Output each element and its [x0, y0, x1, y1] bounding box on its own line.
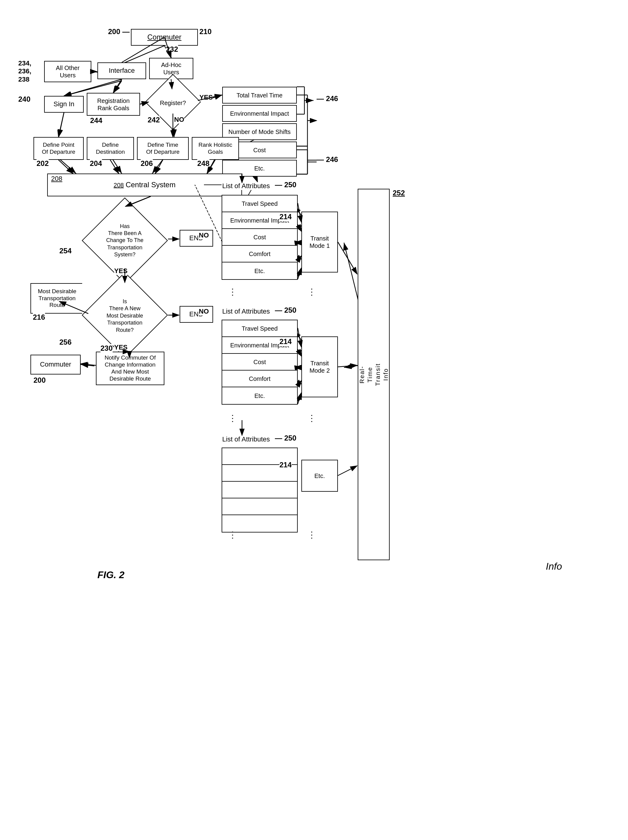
etc-1-box: Etc. [222, 262, 297, 279]
list-attrs-1-label: List of Attributes [222, 182, 270, 190]
svg-line-75 [298, 268, 301, 279]
real-time-transit-info-box: Real-TimeTransitInfo [358, 189, 390, 560]
transit-214-1-ref: 214 [279, 213, 292, 221]
svg-line-60 [155, 160, 163, 174]
info-label: Info [546, 561, 562, 572]
list-attrs-3-label: List of Attributes [222, 435, 270, 443]
interface-box: Interface [98, 62, 146, 79]
list-attrs-2-label: List of Attributes [222, 308, 270, 316]
ref-242-label: 242 [148, 116, 160, 125]
transit-mode-2-box: TransitMode 2 [301, 336, 338, 397]
yes1-label: YES [199, 93, 213, 101]
list-attrs-2-ref: — 250 [275, 306, 297, 315]
svg-line-13 [59, 158, 76, 174]
sign-in-box: Sign In [44, 96, 84, 113]
ref-256-label: 256 [59, 338, 71, 347]
ref-208-label: 208 [51, 175, 62, 183]
svg-line-82 [338, 365, 357, 367]
ref-248-label: 248 [197, 159, 210, 168]
is-new-desirable-diamond: IsThere A NewMost DesirableTransportatio… [82, 280, 167, 352]
svg-line-74 [298, 256, 301, 261]
svg-line-59 [110, 160, 119, 174]
svg-line-76 [338, 242, 357, 274]
ref-244-label: 244 [90, 116, 102, 125]
svg-line-52 [113, 79, 122, 93]
ref-246b-label: — 246 [317, 155, 338, 164]
svg-line-80 [298, 381, 301, 386]
dots-2: ⋮ [308, 288, 316, 296]
commuter-top-box: Commuter [131, 29, 198, 46]
no2-label: NO [199, 231, 209, 239]
total-travel-time-box: Total Travel Time [222, 87, 297, 104]
no3-label: NO [199, 308, 209, 316]
svg-line-57 [58, 113, 64, 137]
central-system-box: 208 Central System [47, 174, 242, 196]
dots-6: ⋮ [308, 530, 316, 540]
svg-line-73 [298, 242, 301, 243]
ref-200b-label: 200 [33, 376, 46, 385]
svg-line-4 [92, 71, 98, 72]
etc-2-box: Etc. [222, 387, 297, 404]
has-change-diamond: HasThere Been AChange To TheTransportati… [82, 205, 167, 276]
svg-line-77 [298, 328, 301, 347]
transit-mode-etc-group [222, 448, 298, 532]
ref-232-label: 232 [166, 45, 178, 54]
ref-230-label: 230 [101, 344, 113, 353]
svg-line-35 [344, 243, 359, 305]
svg-line-58 [58, 160, 73, 174]
dots-3: ⋮ [228, 414, 237, 423]
svg-line-78 [298, 349, 301, 356]
ref-254-label: 254 [59, 246, 71, 256]
most-desirable-route-box: Most DesirableTransportationRoute [30, 283, 84, 314]
list-attrs-3-ref: — 250 [275, 434, 297, 443]
svg-line-15 [152, 158, 164, 174]
transit-mode-1-group: Travel Speed Environmental Impact Cost C… [222, 195, 298, 280]
svg-line-69 [80, 364, 96, 365]
comfort-1-box: Comfort [222, 246, 297, 262]
registration-rank-goals-box: RegistrationRank Goals [87, 93, 140, 116]
figure-label: FIG. 2 [98, 569, 125, 581]
ref-240-label: 240 [18, 95, 30, 104]
transit-mode-2-group: Travel Speed Environmental Impact Cost C… [222, 320, 298, 405]
transit-mode-1-box: TransitMode 1 [301, 212, 338, 273]
svg-line-6 [114, 81, 122, 93]
ref-234-236-238-label: 234,236,238 [18, 59, 32, 84]
define-destination-box: DefineDestination [87, 137, 134, 160]
blank-box-5 [222, 515, 297, 532]
svg-line-83 [338, 466, 357, 475]
comfort-2-box: Comfort [222, 371, 297, 387]
define-point-departure-box: Define PointOf Departure [33, 137, 84, 160]
cost-2-box: Cost [222, 354, 297, 371]
etc-mode-box: Etc. [301, 460, 338, 492]
all-other-users-box: All OtherUsers [44, 61, 92, 82]
ref-216-label: 216 [33, 313, 45, 322]
rank-holistic-goals-box: Rank HolisticGoals [192, 137, 239, 160]
dots-4: ⋮ [308, 414, 316, 423]
define-time-departure-box: Define TimeOf Departure [137, 137, 189, 160]
ref-210-label: 210 [199, 27, 211, 36]
diagram-container: Commuter All OtherUsers Interface Ad-Hoc… [0, 0, 628, 840]
dots-5: ⋮ [228, 530, 237, 540]
transit-214-2-ref: 214 [279, 337, 292, 346]
ref-202-label: 202 [36, 159, 49, 168]
svg-line-79 [298, 367, 301, 368]
svg-line-23 [80, 365, 95, 366]
ref-252-label: 252 [393, 189, 405, 197]
no1-label: NO [174, 116, 184, 124]
commuter-bottom-box: Commuter [30, 355, 80, 374]
blank-box-3 [222, 482, 297, 498]
svg-line-11 [59, 113, 64, 137]
travel-speed-2-box: Travel Speed [222, 320, 297, 337]
ref-200-label: 200 — [108, 27, 130, 36]
yes2-label: YES [114, 267, 128, 275]
blank-box-4 [222, 498, 297, 515]
svg-line-14 [112, 158, 122, 174]
svg-line-72 [298, 224, 301, 231]
yes3-label: YES [114, 343, 128, 351]
list-attrs-1-ref: — 250 [275, 180, 297, 189]
dots-1: ⋮ [228, 288, 237, 296]
register-diamond: Register? [142, 87, 204, 119]
environmental-impact-top-box: Environmental Impact [222, 105, 297, 122]
travel-speed-1-box: Travel Speed [222, 196, 297, 212]
svg-line-81 [298, 393, 301, 404]
